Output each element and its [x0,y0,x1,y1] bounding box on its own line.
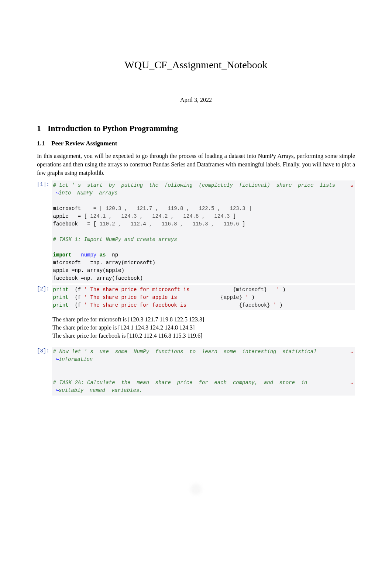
code-text: ) [279,302,282,308]
code-comment: into NumPy arrays [59,190,118,196]
output-body-2: The share price for microsoft is [120.3 … [51,312,355,345]
continuation-icon: ↪ [56,388,59,393]
code-text: microsoft =np. array(microsoft) [53,260,155,266]
cell-prompt-1: [1]: [37,180,52,187]
alias-np: np [112,252,118,258]
code-body-2: print (f ' The share price for microsoft… [52,285,355,310]
string-literal: ' [270,302,279,308]
string-literal: ' [267,287,282,293]
builtin-print: print [53,302,69,308]
fstring-brace: {microsoft} [233,287,267,293]
code-text: ] [239,221,245,227]
code-cell-3: [3]: # Now let ' s use some NumPy functi… [37,347,355,396]
intro-paragraph: In this assignment, you will be expected… [37,152,355,177]
code-text: (f [69,287,84,293]
code-text: apple =np. array(apple) [53,268,124,273]
code-number-list: 110.2 , 112.4 , 116.8 , 115.3 , 119.6 [100,221,239,227]
code-body-1: # Let ' s start by putting the following… [52,180,355,283]
output-line: The share price for microsoft is [120.3 … [52,316,204,323]
cell-prompt-2: [2]: [37,285,52,292]
section-1-heading: 1Introduction to Python Programming [37,124,355,133]
string-literal: ' [242,294,251,300]
code-comment: # Let ' s start by putting the following… [53,182,336,188]
keyword-import: import [53,252,72,258]
code-cell-1: [1]: # Let ' s start by putting the foll… [37,180,355,283]
document-date: April 3, 2022 [37,97,355,103]
code-number-list: 120.3 , 121.7 , 119.8 , 122.5 , 123.3 [106,206,245,211]
output-prompt-spacer [37,312,51,313]
module-numpy: numpy [81,252,96,258]
code-text: ) [282,287,285,293]
code-text: microsoft = [ [53,206,106,211]
code-text: ] [245,206,252,211]
code-text: apple = [ [53,213,90,219]
string-literal: ' The share price for apple is [84,294,221,300]
wrap-icon: ␣ [350,379,353,385]
code-body-3: # Now let ' s use some NumPy functions t… [52,347,355,396]
output-line: The share price for facebook is [110.2 1… [52,332,202,339]
cell-prompt-3: [3]: [37,347,52,354]
subsection-title: Peer Review Assignment [51,140,117,147]
section-title: Introduction to Python Programming [48,124,178,133]
code-comment: # TASK 2A: Calculate the mean share pric… [53,380,307,386]
builtin-print: print [53,294,69,300]
string-literal: ' The share price for microsoft is [84,287,233,293]
wrap-icon: ␣ [350,348,353,354]
code-text: facebook = [ [53,221,100,227]
output-line: The share price for apple is [124.1 124.… [52,324,195,331]
code-comment: # TASK 1: Import NumPy and create arrays [53,237,177,242]
code-cell-2: [2]: print (f ' The share price for micr… [37,285,355,310]
code-text: (f [69,302,84,308]
code-text: ] [230,213,236,219]
code-comment: # Now let ' s use some NumPy functions t… [53,349,317,355]
subsection-number: 1.1 [37,140,45,147]
builtin-print: print [53,287,69,293]
code-text: ) [251,294,254,300]
string-literal: ' The share price for facebook is [84,302,239,308]
fstring-brace: {facebook} [239,302,270,308]
code-comment: information [59,356,93,362]
continuation-icon: ↪ [56,190,59,196]
document-title: WQU_CF_Assignment_Notebook [37,59,355,71]
section-1-1-heading: 1.1Peer Review Assignment [37,140,355,147]
output-cell-2: The share price for microsoft is [120.3 … [37,312,355,345]
continuation-icon: ↪ [56,357,59,362]
page-number-blur [190,484,202,495]
code-text: facebook =np. array(facebook) [53,275,143,281]
keyword-as: as [100,252,106,258]
code-comment: suitably named variables. [59,387,142,393]
wrap-icon: ␣ [350,182,353,188]
section-number: 1 [37,124,41,133]
fstring-brace: {apple} [220,294,242,300]
code-number-list: 124.1 , 124.3 , 124.2 , 124.8 , 124.3 [90,213,230,219]
code-text: (f [69,294,84,300]
